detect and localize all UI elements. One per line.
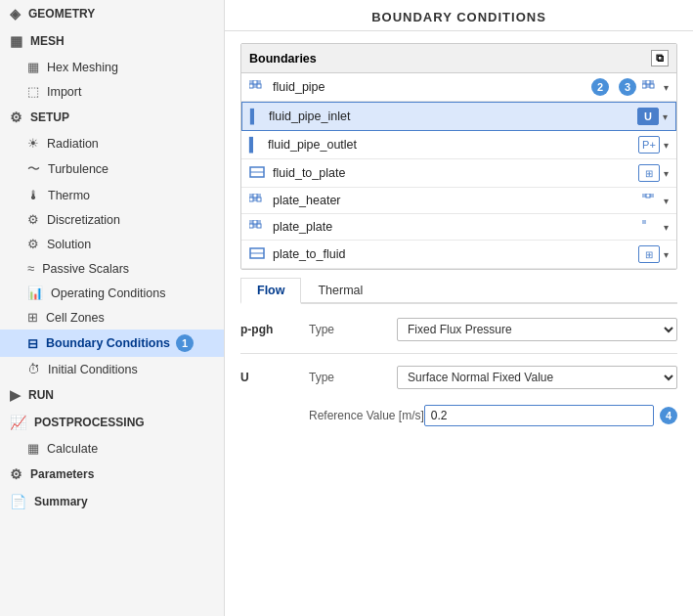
tabs-bar: Flow Thermal [240,278,677,304]
ppgh-var-label: p-pgh [240,323,289,336]
tab-thermal[interactable]: Thermal [301,278,379,302]
svg-rect-14 [249,194,253,198]
svg-rect-18 [253,198,257,201]
form-row-u-ref: Reference Value [m/s] 4 [240,401,677,430]
fluid-pipe-inlet-chevron[interactable]: ▾ [663,111,668,122]
svg-rect-23 [249,220,253,224]
fluid-pipe-badge3: 3 [619,78,636,96]
tab-flow[interactable]: Flow [240,278,301,304]
turbulence-icon: 〜 [27,160,40,178]
u-ref-input[interactable] [424,405,654,426]
sidebar-item-radiation[interactable]: ☀ Radiation [0,131,224,155]
boundary-row-fluid-to-plate[interactable]: fluid_to_plate ⊞ ▾ [241,159,676,188]
sidebar-section-setup[interactable]: ⚙ SETUP [0,104,224,131]
copy-icon[interactable]: ⧉ [651,50,669,66]
boundaries-label: Boundaries [249,52,317,66]
svg-rect-3 [249,84,253,88]
fluid-to-plate-icon [249,165,265,181]
svg-rect-7 [646,80,650,84]
svg-rect-2 [257,80,261,84]
boundary-row-fluid-pipe-inlet[interactable]: ▍ fluid_pipe_inlet U ▾ [241,102,676,131]
plate-plate-icon [249,219,265,235]
fluid-pipe-outlet-chevron[interactable]: ▾ [664,140,669,151]
sidebar-section-geometry[interactable]: ◈ GEOMETRY [0,0,224,27]
sidebar-item-operating-conditions[interactable]: 📊 Operating Conditions [0,281,224,305]
svg-rect-22 [650,194,654,198]
sidebar-item-passive-scalars[interactable]: ≈ Passive Scalars [0,256,224,281]
boundaries-panel: Boundaries ⧉ fluid_pipe 2 3 ▾ ▍ fluid_pi… [240,43,677,270]
parameters-icon: ⚙ [10,466,22,482]
svg-rect-27 [253,224,257,228]
sidebar-section-mesh[interactable]: ▦ MESH [0,27,224,55]
solution-icon: ⚙ [27,237,39,251]
sidebar-section-postprocessing[interactable]: 📈 POSTPROCESSING [0,409,224,436]
fluid-pipe-outlet-type-icon: P+ [638,136,660,154]
plate-heater-name: plate_heater [273,194,642,207]
main-content: BOUNDARY CONDITIONS Boundaries ⧉ fluid_p… [225,0,693,616]
page-title: BOUNDARY CONDITIONS [225,0,693,31]
plate-to-fluid-name: plate_to_fluid [273,247,638,261]
sidebar-item-boundary-conditions[interactable]: ⊟ Boundary Conditions 1 [0,330,224,357]
fluid-pipe-inlet-icon: ▍ [250,109,261,124]
sidebar-section-parameters[interactable]: ⚙ Parameters [0,461,224,488]
summary-icon: 📄 [10,494,26,509]
svg-rect-16 [257,194,261,198]
boundary-row-plate-to-fluid[interactable]: plate_to_fluid ⊞ ▾ [241,241,676,269]
svg-rect-25 [257,220,261,224]
sidebar-item-thermo[interactable]: 🌡 Thermo [0,183,224,207]
plate-heater-chevron[interactable]: ▾ [664,196,669,206]
plate-to-fluid-chevron[interactable]: ▾ [664,249,669,260]
ppgh-type-select[interactable]: Fixed Flux Pressure Total Pressure Fixed… [397,318,677,341]
u-ref-label: Reference Value [m/s] [309,409,424,422]
boundary-conditions-icon: ⊟ [27,336,38,351]
sidebar-item-cell-zones[interactable]: ⊞ Cell Zones [0,305,224,330]
sidebar-item-hex-meshing[interactable]: ▦ Hex Meshing [0,55,224,79]
u-var-label: U [240,371,289,384]
svg-rect-4 [253,84,257,88]
svg-rect-5 [257,84,261,88]
boundary-row-fluid-pipe-outlet[interactable]: ▍ fluid_pipe_outlet P+ ▾ [241,131,676,159]
sidebar-item-import[interactable]: ⬚ Import [0,79,224,104]
sidebar-item-discretization[interactable]: ⚙ Discretization [0,207,224,232]
u-type-select[interactable]: Surface Normal Fixed Value Fixed Value N… [397,366,677,389]
fluid-to-plate-name: fluid_to_plate [273,166,638,180]
svg-rect-24 [253,220,257,224]
svg-rect-11 [650,84,654,88]
boundaries-header: Boundaries ⧉ [241,44,676,73]
boundary-row-plate-heater[interactable]: plate_heater ▾ [241,188,676,214]
hex-meshing-icon: ▦ [27,60,39,74]
u-ref-badge: 4 [660,407,677,424]
operating-conditions-icon: 📊 [27,286,43,300]
sidebar-section-run[interactable]: ▶ RUN [0,381,224,409]
fluid-pipe-inlet-name: fluid_pipe_inlet [269,110,637,123]
form-section: p-pgh Type Fixed Flux Pressure Total Pre… [240,314,677,438]
svg-rect-8 [650,80,654,84]
sidebar-section-summary[interactable]: 📄 Summary [0,488,224,515]
svg-rect-6 [642,80,646,84]
calculate-icon: ▦ [27,441,39,456]
svg-rect-9 [642,84,646,88]
discretization-icon: ⚙ [27,212,39,227]
svg-rect-17 [249,198,253,201]
svg-rect-10 [646,84,650,88]
boundary-row-plate-plate[interactable]: plate_plate ▾ [241,214,676,241]
plate-heater-icon [249,193,265,208]
sidebar-item-initial-conditions[interactable]: ⏱ Initial Conditions [0,357,224,381]
boundary-conditions-badge: 1 [176,334,194,352]
svg-rect-1 [253,80,257,84]
form-row-ppgh: p-pgh Type Fixed Flux Pressure Total Pre… [240,314,677,345]
ppgh-type-label: Type [309,323,397,336]
fluid-to-plate-chevron[interactable]: ▾ [664,168,669,179]
tabs-area: Flow Thermal [240,278,677,314]
svg-rect-15 [253,194,257,198]
fluid-pipe-chevron[interactable]: ▾ [664,82,669,93]
run-icon: ▶ [10,387,21,403]
cell-zones-icon: ⊞ [27,310,38,325]
boundary-row-fluid-pipe[interactable]: fluid_pipe 2 3 ▾ [241,73,676,102]
sidebar-item-solution[interactable]: ⚙ Solution [0,232,224,256]
fluid-pipe-badge2: 2 [591,78,609,96]
plate-plate-type-icon [642,220,660,234]
sidebar-item-calculate[interactable]: ▦ Calculate [0,436,224,461]
plate-plate-chevron[interactable]: ▾ [664,222,669,233]
sidebar-item-turbulence[interactable]: 〜 Turbulence [0,155,224,183]
